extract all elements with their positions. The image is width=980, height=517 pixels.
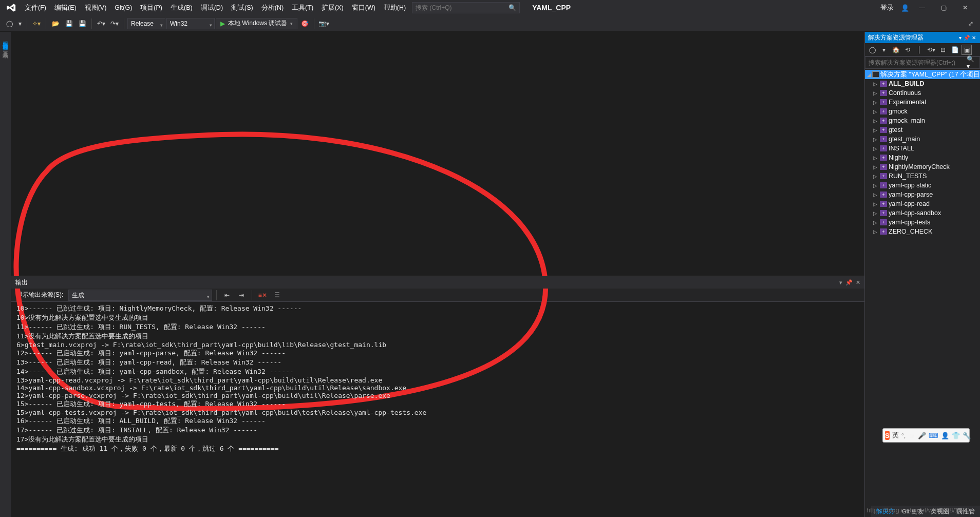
pin-icon[interactable]: 📌 <box>845 279 853 286</box>
ime-lang[interactable]: 英 <box>892 431 899 440</box>
menu-help[interactable]: 帮助(H) <box>380 1 410 15</box>
menu-tools[interactable]: 工具(T) <box>288 1 317 15</box>
dropdown-icon[interactable]: ▾ <box>839 279 842 286</box>
menu-test[interactable]: 测试(S) <box>227 1 257 15</box>
user-icon[interactable]: 👤 <box>901 4 909 12</box>
quick-search-input[interactable] <box>416 4 516 11</box>
ime-emoji-icon[interactable]: ☺ <box>908 432 915 439</box>
save-all-icon[interactable]: 💾 <box>76 17 88 30</box>
tree-project-14[interactable]: ▷+yaml-cpp-sandbox <box>865 208 980 218</box>
ime-skin-icon[interactable]: 👕 <box>952 432 960 439</box>
refresh-icon[interactable]: ⟲▾ <box>926 45 936 55</box>
collapse-icon[interactable]: ⊟ <box>938 45 948 55</box>
menu-view[interactable]: 视图(V) <box>81 1 111 15</box>
new-item-icon[interactable]: ✧▾ <box>30 17 43 30</box>
solution-explorer-toolbar: ◯ ▾ 🏠 ⟲ │ ⟲▾ ⊟ 📄 ▣ <box>865 43 980 56</box>
tree-project-15[interactable]: ▷+yaml-cpp-tests <box>865 218 980 227</box>
ime-user-icon[interactable]: 👤 <box>941 432 949 439</box>
wrap-icon[interactable]: ≡✕ <box>256 289 269 301</box>
search-icon: 🔍 <box>508 4 516 11</box>
main-toolbar: ◯ ▾ ✧▾ 📂 💾 💾 ↶▾ ↷▾ Release▾ Win32▾ ▶本地 W… <box>0 15 980 32</box>
solution-tree[interactable]: ◢解决方案 "YAML_CPP" (17 个项目▷+ALL_BUILD▷+Con… <box>865 69 980 517</box>
tree-project-3[interactable]: ▷+gmock <box>865 107 980 116</box>
output-source-label: 显示输出来源(S): <box>16 291 63 299</box>
menu-extensions[interactable]: 扩展(X) <box>317 1 348 15</box>
tree-project-0[interactable]: ▷+ALL_BUILD <box>865 79 980 88</box>
open-icon[interactable]: 📂 <box>49 17 62 30</box>
config-combo[interactable]: Release▾ <box>127 18 165 29</box>
sync-icon[interactable]: ⟲ <box>902 45 913 55</box>
debug-target-icon[interactable]: 🎯 <box>298 17 311 30</box>
nav-back-icon[interactable]: ◯ <box>3 17 15 30</box>
panel-close-icon[interactable]: ✕ <box>971 35 977 41</box>
search-icon: 🔍▾ <box>967 55 976 70</box>
tree-root[interactable]: ◢解决方案 "YAML_CPP" (17 个项目 <box>865 70 980 79</box>
panel-pin-icon[interactable]: 📌 <box>963 35 971 41</box>
menu-debug[interactable]: 调试(D) <box>197 1 227 15</box>
menu-window[interactable]: 窗口(W) <box>348 1 380 15</box>
tree-project-16[interactable]: ▷+ZERO_CHECK <box>865 227 980 236</box>
debug-props-icon[interactable]: 📷▾ <box>317 17 330 30</box>
show-all-icon[interactable]: 📄 <box>950 45 960 55</box>
titlebar: 文件(F) 编辑(E) 视图(V) Git(G) 项目(P) 生成(B) 调试(… <box>0 0 980 15</box>
login-link[interactable]: 登录 <box>877 4 897 12</box>
save-icon[interactable]: 💾 <box>63 17 75 30</box>
panel-menu-icon[interactable]: ▾ <box>958 35 963 41</box>
tree-project-7[interactable]: ▷+INSTALL <box>865 144 980 153</box>
tree-project-6[interactable]: ▷+gtest_main <box>865 135 980 144</box>
output-source-combo[interactable]: 生成▾ <box>68 290 212 301</box>
play-icon: ▶ <box>220 20 225 27</box>
indent-right-icon[interactable]: ⇥ <box>235 289 248 301</box>
tree-project-2[interactable]: ▷+Experimental <box>865 98 980 107</box>
solution-explorer: 解决方案资源管理器 ▾ 📌 ✕ ◯ ▾ 🏠 ⟲ │ ⟲▾ ⊟ 📄 ▣ 🔍▾ ◢解… <box>864 32 980 517</box>
tree-project-11[interactable]: ▷+yaml-cpp static <box>865 181 980 190</box>
back-icon[interactable]: ◯ <box>867 45 877 55</box>
ime-tool-icon[interactable]: 🔧 <box>963 432 971 439</box>
menu-build[interactable]: 生成(B) <box>166 1 197 15</box>
menu-git[interactable]: Git(G) <box>110 1 136 15</box>
minimize-icon[interactable]: — <box>913 2 931 14</box>
ime-logo-icon: S <box>885 431 890 440</box>
close-icon[interactable]: ✕ <box>956 2 974 14</box>
menu-analyze[interactable]: 分析(N) <box>257 1 288 15</box>
fwd-icon[interactable]: ▾ <box>879 45 889 55</box>
solution-search-input[interactable] <box>869 59 967 66</box>
output-text[interactable]: 10>------ 已跳过生成: 项目: NightlyMemoryCheck,… <box>11 302 864 517</box>
server-explorer-tab[interactable]: 服务器资源管理器 <box>0 34 11 44</box>
maximize-icon[interactable]: ▢ <box>935 2 952 14</box>
undo-icon[interactable]: ↶▾ <box>95 17 107 30</box>
tree-project-8[interactable]: ▷+Nightly <box>865 153 980 162</box>
nav-fwd-icon[interactable]: ▾ <box>16 17 24 30</box>
ime-bar[interactable]: S 英 °, ☺ 🎤 ⌨ 👤 👕 🔧 <box>882 428 970 443</box>
quick-search[interactable]: 🔍 <box>412 2 520 13</box>
tree-project-9[interactable]: ▷+NightlyMemoryCheck <box>865 162 980 171</box>
toolbox-tab[interactable]: 工具箱 <box>0 44 11 52</box>
ime-kb-icon[interactable]: ⌨ <box>929 432 938 439</box>
tree-project-5[interactable]: ▷+gtest <box>865 125 980 135</box>
tree-project-1[interactable]: ▷+Continuous <box>865 88 980 98</box>
output-panel: 输出 ▾ 📌 ✕ 显示输出来源(S): 生成▾ ⇤ ⇥ ≡✕ ☰ 10>----… <box>11 276 864 517</box>
clear-icon[interactable]: ☰ <box>271 289 283 301</box>
menu-project[interactable]: 项目(P) <box>136 1 166 15</box>
menu-file[interactable]: 文件(F) <box>21 1 50 15</box>
watermark: https://blog.csdn.net/wei1998/1030 <box>866 506 970 514</box>
tree-project-13[interactable]: ▷+yaml-cpp-read <box>865 199 980 208</box>
home-icon[interactable]: 🏠 <box>891 45 901 55</box>
tree-project-10[interactable]: ▷+RUN_TESTS <box>865 171 980 181</box>
menu-edit[interactable]: 编辑(E) <box>50 1 81 15</box>
editor-area <box>11 32 864 276</box>
start-debug-button[interactable]: ▶本地 Windows 调试器▾ <box>216 18 297 29</box>
indent-left-icon[interactable]: ⇤ <box>221 289 233 301</box>
left-tab-strip: 服务器资源管理器 工具箱 <box>0 32 11 517</box>
tree-project-4[interactable]: ▷+gmock_main <box>865 116 980 125</box>
platform-combo[interactable]: Win32▾ <box>166 18 215 29</box>
tree-project-12[interactable]: ▷+yaml-cpp-parse <box>865 190 980 199</box>
live-share-icon[interactable]: ⤢ <box>965 17 977 30</box>
solution-title: YAML_CPP <box>532 4 571 12</box>
ime-mic-icon[interactable]: 🎤 <box>918 432 926 439</box>
redo-icon[interactable]: ↷▾ <box>108 17 121 30</box>
properties-icon[interactable]: ▣ <box>962 45 972 55</box>
vs-logo-icon <box>5 2 17 14</box>
solution-search[interactable]: 🔍▾ <box>865 56 980 69</box>
close-panel-icon[interactable]: ✕ <box>856 279 860 286</box>
